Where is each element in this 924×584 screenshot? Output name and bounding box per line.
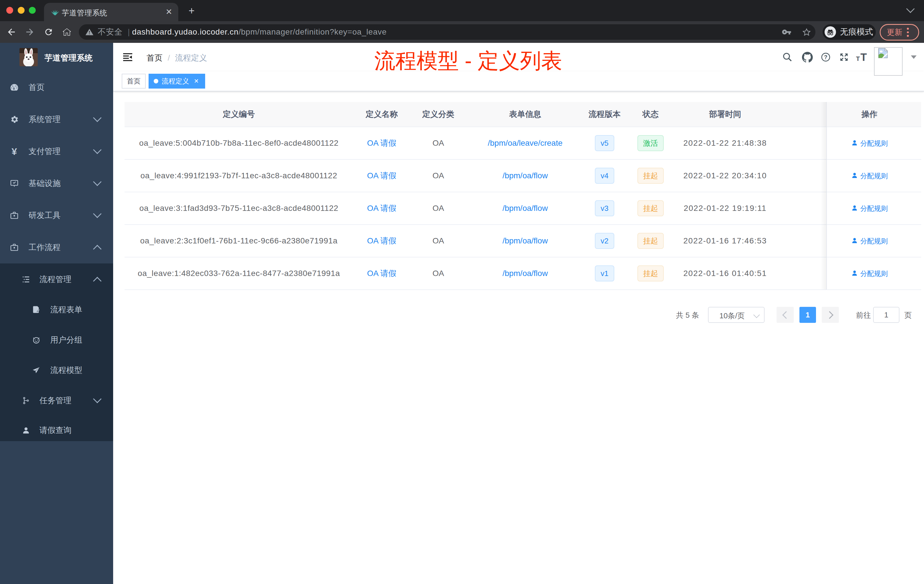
svg-text:T: T [861, 51, 867, 63]
svg-text:T: T [856, 55, 860, 62]
svg-text:?: ? [824, 54, 827, 60]
